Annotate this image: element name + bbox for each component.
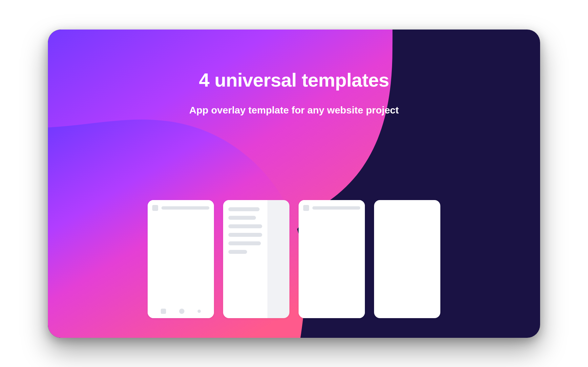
template-card-header-footer [148, 200, 214, 318]
nav-dot-icon [198, 310, 201, 313]
mock-header [299, 200, 365, 216]
hero-subtitle: App overlay template for any website pro… [48, 105, 540, 116]
mock-header [148, 200, 214, 216]
template-cards-row [48, 200, 540, 318]
template-card-blank [374, 200, 440, 318]
mock-body [148, 216, 214, 304]
square-icon [303, 205, 309, 211]
template-card-drawer [223, 200, 289, 318]
nav-circle-icon [179, 309, 184, 314]
drawer-line [228, 233, 262, 237]
mock-footer-nav [148, 304, 214, 318]
hero-title: 4 universal templates [48, 69, 540, 91]
drawer-line [228, 207, 260, 211]
template-card-header [299, 200, 365, 318]
promo-frame: 4 universal templates App overlay templa… [48, 30, 540, 338]
drawer-line [228, 250, 247, 254]
square-icon [152, 205, 158, 211]
mock-body [299, 216, 365, 318]
drawer-line [228, 224, 262, 228]
nav-square-icon [161, 309, 166, 314]
placeholder-bar [161, 206, 209, 210]
drawer-line [228, 241, 261, 245]
placeholder-bar [312, 206, 360, 210]
mock-drawer [223, 200, 267, 318]
drawer-line [228, 216, 256, 220]
hero-text: 4 universal templates App overlay templa… [48, 30, 540, 116]
